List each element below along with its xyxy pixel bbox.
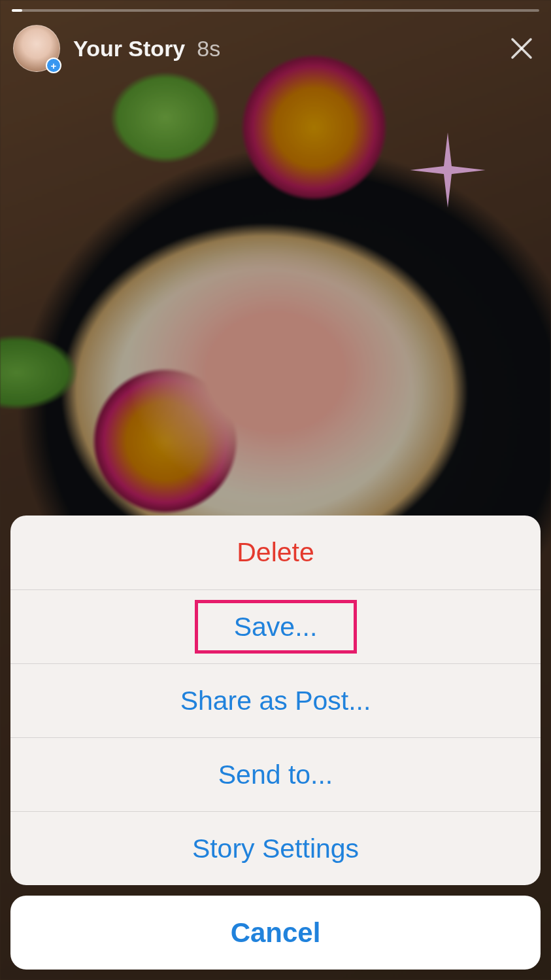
story-timestamp: 8s	[197, 36, 220, 61]
option-label: Send to...	[218, 760, 333, 790]
story-viewer-screen: Your Story 8s Delete Save... Share	[0, 0, 551, 980]
story-header: Your Story 8s	[13, 22, 538, 75]
delete-option[interactable]: Delete	[10, 516, 541, 589]
add-story-badge-icon	[46, 58, 61, 73]
option-label: Delete	[237, 537, 314, 568]
close-icon	[509, 35, 535, 61]
send-to-option[interactable]: Send to...	[10, 737, 541, 811]
option-label: Share as Post...	[180, 686, 371, 716]
story-progress-bar	[12, 9, 539, 12]
cancel-button[interactable]: Cancel	[10, 896, 541, 970]
story-title: Your Story	[73, 36, 185, 61]
option-label: Save...	[234, 612, 318, 642]
avatar-container[interactable]	[13, 25, 60, 72]
story-settings-option[interactable]: Story Settings	[10, 811, 541, 885]
action-sheet-options: Delete Save... Share as Post... Send to.…	[10, 516, 541, 885]
action-sheet: Delete Save... Share as Post... Send to.…	[10, 516, 541, 970]
close-button[interactable]	[505, 32, 538, 65]
option-label: Story Settings	[192, 833, 359, 864]
cancel-label: Cancel	[231, 917, 321, 949]
save-option[interactable]: Save...	[10, 589, 541, 663]
share-as-post-option[interactable]: Share as Post...	[10, 663, 541, 737]
story-progress-fill	[12, 9, 22, 12]
